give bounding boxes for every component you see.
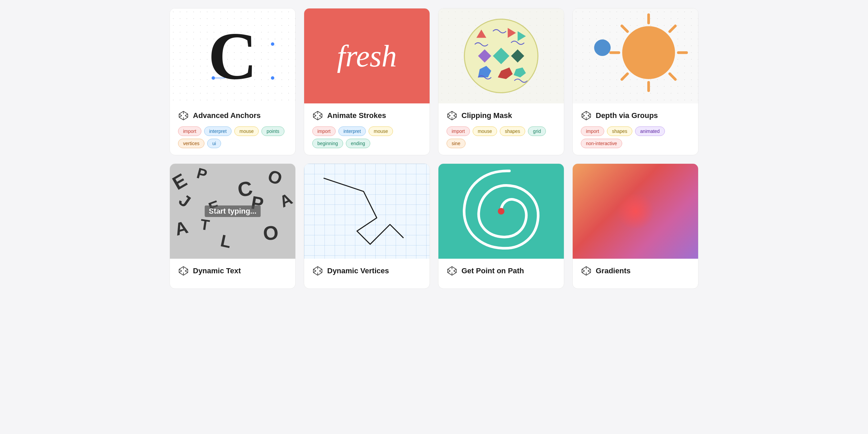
- card-preview-dynamic-text: E P C O J E P A A T O L Start typing...: [170, 164, 295, 259]
- tag[interactable]: interpret: [204, 126, 232, 136]
- card-preview-get-point-on-path: [438, 164, 564, 259]
- gradient-blob: [615, 194, 656, 228]
- svg-line-13: [319, 114, 322, 116]
- card-info-get-point-on-path: Get Point on Path: [438, 259, 564, 289]
- tag[interactable]: vertices: [178, 139, 204, 148]
- card-gradients[interactable]: Gradients: [572, 163, 698, 289]
- plate-shapes: [465, 19, 537, 93]
- anchor-point: [212, 76, 215, 80]
- card-clipping-mask[interactable]: Clipping Mask import mouse shapes grid s…: [438, 8, 564, 155]
- tag[interactable]: import: [312, 126, 336, 136]
- svg-line-39: [622, 26, 628, 32]
- tag[interactable]: sine: [447, 139, 466, 148]
- scattered-letter: J: [175, 190, 194, 211]
- card-preview-depth-via-groups: [573, 8, 698, 103]
- tag[interactable]: mouse: [234, 126, 259, 136]
- card-title: Advanced Anchors: [193, 111, 261, 120]
- card-title-row: Gradients: [581, 265, 690, 276]
- tag[interactable]: import: [447, 126, 470, 136]
- tag[interactable]: mouse: [369, 126, 393, 136]
- codepen-icon: [447, 265, 457, 276]
- svg-line-68: [454, 269, 456, 271]
- tag[interactable]: shapes: [607, 126, 632, 136]
- card-dynamic-vertices[interactable]: Dynamic Vertices: [304, 163, 430, 289]
- tag[interactable]: animated: [635, 126, 665, 136]
- tag[interactable]: ui: [207, 139, 221, 148]
- typing-text: Start typing...: [205, 205, 261, 217]
- svg-line-12: [313, 114, 316, 116]
- codepen-icon: [312, 265, 323, 276]
- card-depth-via-groups[interactable]: Depth via Groups import shapes animated …: [572, 8, 698, 155]
- card-info-animate-strokes: Animate Strokes import interpret mouse b…: [304, 103, 430, 155]
- card-title: Dynamic Text: [193, 267, 241, 275]
- svg-line-37: [622, 74, 628, 80]
- tag[interactable]: import: [178, 126, 201, 136]
- svg-line-5: [179, 114, 182, 116]
- card-grid: C Adva: [170, 8, 698, 289]
- card-advanced-anchors[interactable]: C Adva: [170, 8, 296, 155]
- tag[interactable]: beginning: [312, 139, 343, 148]
- svg-marker-21: [511, 50, 524, 63]
- svg-marker-19: [478, 50, 491, 63]
- svg-line-28: [448, 114, 450, 116]
- anchor-point: [271, 76, 274, 80]
- svg-line-30: [448, 116, 450, 117]
- svg-line-76: [582, 271, 585, 273]
- svg-line-75: [588, 269, 591, 271]
- svg-marker-16: [476, 29, 486, 38]
- card-tags: import interpret mouse beginning ending: [312, 126, 421, 148]
- card-dynamic-text[interactable]: E P C O J E P A A T O L Start typing...: [170, 163, 296, 289]
- vertices-drawing: [304, 164, 430, 259]
- svg-line-77: [588, 271, 591, 273]
- card-title-row: Animate Strokes: [312, 110, 421, 121]
- card-info-dynamic-vertices: Dynamic Vertices: [304, 259, 430, 289]
- svg-line-47: [582, 116, 585, 117]
- card-tags: import mouse shapes grid sine: [447, 126, 556, 148]
- svg-line-60: [319, 269, 322, 271]
- svg-point-40: [622, 26, 675, 79]
- svg-line-69: [448, 271, 450, 273]
- svg-line-70: [454, 271, 456, 273]
- tag[interactable]: ending: [346, 139, 370, 148]
- svg-line-33: [670, 26, 675, 32]
- scattered-letter: A: [173, 217, 190, 240]
- card-info-gradients: Gradients: [573, 259, 698, 289]
- card-title-row: Clipping Mask: [447, 110, 556, 121]
- svg-marker-24: [514, 67, 526, 77]
- card-title: Animate Strokes: [327, 111, 386, 120]
- card-preview-clipping-mask: [438, 8, 564, 103]
- card-info-dynamic-text: Dynamic Text: [170, 259, 295, 289]
- card-title: Get Point on Path: [461, 267, 524, 275]
- codepen-icon: [581, 110, 592, 121]
- card-title-row: Dynamic Vertices: [312, 265, 421, 276]
- svg-marker-20: [493, 48, 510, 64]
- clipping-plate: [464, 19, 538, 93]
- svg-line-46: [588, 114, 591, 116]
- card-title: Gradients: [596, 267, 631, 275]
- card-get-point-on-path[interactable]: Get Point on Path: [438, 163, 564, 289]
- scattered-letter: L: [219, 231, 233, 252]
- tag[interactable]: interpret: [338, 126, 366, 136]
- svg-point-41: [594, 39, 611, 56]
- svg-marker-23: [498, 67, 513, 79]
- card-title: Depth via Groups: [596, 111, 658, 120]
- tag[interactable]: import: [581, 126, 604, 136]
- svg-line-29: [454, 114, 456, 116]
- depth-scene: [573, 8, 698, 103]
- tag[interactable]: points: [261, 126, 284, 136]
- card-preview-dynamic-vertices: [304, 164, 430, 259]
- scattered-letter: O: [265, 165, 285, 189]
- tag[interactable]: non-interactive: [581, 139, 622, 148]
- card-animate-strokes[interactable]: fresh Animate Strokes import interpret m…: [304, 8, 430, 155]
- svg-line-55: [185, 271, 188, 273]
- tag[interactable]: mouse: [473, 126, 497, 136]
- codepen-icon: [312, 110, 323, 121]
- scattered-letter: P: [195, 164, 209, 183]
- tag[interactable]: grid: [528, 126, 546, 136]
- codepen-icon: [178, 265, 189, 276]
- svg-line-8: [185, 116, 188, 117]
- tag[interactable]: shapes: [500, 126, 525, 136]
- card-title-row: Depth via Groups: [581, 110, 690, 121]
- svg-line-61: [313, 271, 316, 273]
- svg-line-48: [588, 116, 591, 117]
